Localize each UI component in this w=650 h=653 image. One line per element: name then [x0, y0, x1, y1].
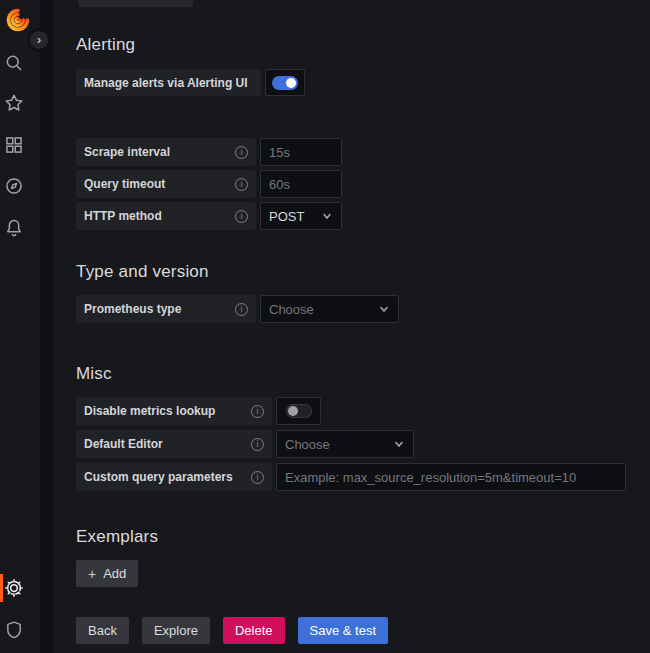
http-method-row: HTTP method i POST: [76, 202, 342, 230]
custom-query-parameters-input[interactable]: [276, 463, 626, 491]
info-icon[interactable]: i: [251, 438, 264, 451]
info-icon[interactable]: i: [251, 405, 264, 418]
section-title-misc: Misc: [76, 364, 112, 384]
prometheus-type-select[interactable]: Choose: [260, 295, 399, 323]
custom-query-parameters-row: Custom query parameters i: [76, 463, 626, 491]
dashboards-icon[interactable]: [4, 135, 24, 155]
disable-metrics-lookup-row: Disable metrics lookup i: [76, 397, 321, 425]
delete-button[interactable]: Delete: [223, 617, 285, 644]
toggle-knob: [286, 78, 296, 88]
default-editor-label: Default Editor i: [76, 430, 272, 458]
default-editor-row: Default Editor i Choose: [76, 430, 414, 458]
section-title-alerting: Alerting: [76, 35, 135, 55]
disable-metrics-lookup-toggle[interactable]: [276, 397, 321, 425]
info-icon[interactable]: i: [235, 210, 248, 223]
scrape-interval-row: Scrape interval i: [76, 138, 342, 166]
toggle-off-pill: [286, 404, 312, 418]
info-icon[interactable]: i: [251, 471, 264, 484]
chevron-down-icon: [378, 303, 390, 315]
prometheus-type-label: Prometheus type i: [76, 295, 256, 323]
star-icon[interactable]: [4, 93, 24, 113]
configuration-gear-icon[interactable]: [4, 578, 24, 598]
section-title-exemplars: Exemplars: [76, 527, 158, 547]
footer-button-bar: Back Explore Delete Save & test: [76, 617, 388, 644]
plus-icon: +: [88, 567, 96, 581]
sidebar-divider: [40, 0, 53, 653]
active-nav-indicator: [0, 574, 3, 602]
grafana-logo-icon[interactable]: [5, 7, 31, 33]
toggle-on-pill: [272, 76, 298, 90]
alerting-bell-icon[interactable]: [4, 218, 24, 238]
explore-button[interactable]: Explore: [142, 617, 210, 644]
http-method-select[interactable]: POST: [260, 202, 342, 230]
chevron-down-icon: [393, 438, 405, 450]
manage-alerts-toggle[interactable]: [265, 69, 305, 96]
info-icon[interactable]: i: [235, 303, 248, 316]
manage-alerts-label: Manage alerts via Alerting UI: [76, 69, 261, 96]
scrape-interval-input[interactable]: [260, 138, 342, 166]
query-timeout-row: Query timeout i: [76, 170, 342, 198]
expand-sidebar-button[interactable]: ›: [30, 31, 48, 49]
security-shield-icon[interactable]: [4, 620, 24, 640]
custom-query-parameters-label: Custom query parameters i: [76, 463, 272, 491]
save-and-test-button[interactable]: Save & test: [298, 617, 388, 644]
default-editor-select[interactable]: Choose: [276, 430, 414, 458]
sidebar: ›: [0, 0, 40, 653]
query-timeout-input[interactable]: [260, 170, 342, 198]
datasource-settings-page: Alerting Manage alerts via Alerting UI S…: [53, 0, 650, 653]
prometheus-type-row: Prometheus type i Choose: [76, 295, 399, 323]
toggle-knob: [288, 406, 298, 416]
explore-compass-icon[interactable]: [4, 176, 24, 196]
search-icon[interactable]: [4, 53, 24, 73]
scrape-interval-label: Scrape interval i: [76, 138, 256, 166]
chevron-down-icon: [321, 210, 333, 222]
back-button[interactable]: Back: [76, 617, 129, 644]
query-timeout-label: Query timeout i: [76, 170, 256, 198]
http-method-label: HTTP method i: [76, 202, 256, 230]
info-icon[interactable]: i: [235, 178, 248, 191]
manage-alerts-row: Manage alerts via Alerting UI: [76, 69, 305, 96]
info-icon[interactable]: i: [235, 146, 248, 159]
chevron-right-icon: ›: [37, 34, 41, 46]
add-exemplar-button[interactable]: + Add: [76, 560, 138, 587]
clipped-control-above: [78, 0, 193, 7]
section-title-type-version: Type and version: [76, 262, 209, 282]
disable-metrics-lookup-label: Disable metrics lookup i: [76, 397, 272, 425]
